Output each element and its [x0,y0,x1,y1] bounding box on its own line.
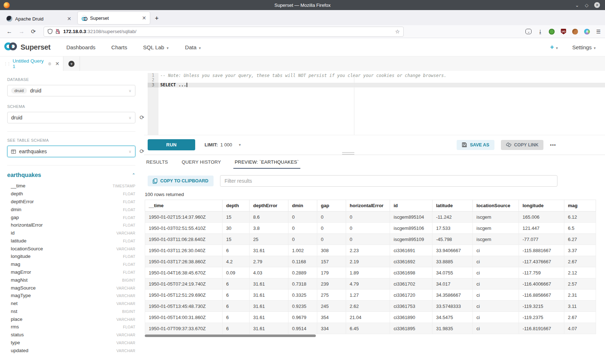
save-as-button[interactable]: SAVE AS [457,140,494,150]
results-cell: 31.61 [250,245,288,256]
table-row[interactable]: 1950-01-05T14:00:31.860Z631.610.96793542… [145,312,596,323]
refresh-schema-icon[interactable]: ⟳ [140,115,144,120]
container-extension-icon[interactable]: ✻ [584,29,590,35]
results-cell: 1950-01-02T15:14:37.960Z [145,211,223,223]
results-cell: 25 [250,234,288,245]
results-header-cell[interactable]: longitude [519,200,564,211]
copy-link-button[interactable]: COPY LINK [501,140,544,150]
menu-hamburger-icon[interactable]: ☰ [596,29,601,35]
results-header-cell[interactable]: horizontalError [346,200,390,211]
downloads-icon[interactable]: ⭳︎ [538,29,543,35]
table-row[interactable]: 1950-01-03T11:26:30.040Z631.611.0023082.… [145,245,596,256]
filter-results-input[interactable] [220,175,557,187]
copy-to-clipboard-button[interactable]: COPY TO CLIPBOARD [148,176,214,186]
column-name: dmin [11,207,21,212]
results-cell: 31.61 [250,312,288,323]
table-row[interactable]: 1950-01-03T02:51:55.410Z303.8000iscgem89… [145,223,596,234]
table-row[interactable]: 1950-01-05T07:24:19.740Z631.610.73182394… [145,278,596,290]
add-new-button[interactable]: +▼ [550,44,558,51]
results-header-cell[interactable]: latitude [433,200,473,211]
editor-gutter: 1 2 3 [148,73,158,135]
schema-column-row: magSourceVARCHAR [7,284,135,292]
settings-menu[interactable]: Settings▼ [572,44,596,50]
query-tab-close-icon[interactable]: ✕ [55,61,59,67]
tab-close-icon[interactable]: ✕ [142,15,146,21]
logo-ring-icon [9,42,17,50]
reload-icon[interactable]: ⟳ [31,28,36,35]
browser-tab-druid[interactable]: Apache Druid ✕ [3,12,75,25]
pocket-icon[interactable]: ⌄ [525,29,532,34]
bookmark-star-icon[interactable]: ☆ [395,28,400,35]
results-cell: 245 [317,301,346,312]
nav-item-charts[interactable]: Charts [111,44,127,50]
results-header-cell[interactable]: dmin [288,200,317,211]
table-row[interactable]: 1950-01-02T15:14:37.960Z158.6000iscgem89… [145,211,596,223]
tab-close-icon[interactable]: ✕ [67,16,71,22]
cookie-extension-icon[interactable] [572,29,578,35]
browser-tab-title: Superset [90,15,109,21]
sql-code-line: SELECT ... [158,82,186,87]
table-row[interactable]: 1950-01-07T09:37:33.670Z631.610.95143346… [145,323,596,334]
nav-item-data[interactable]: Data▼ [185,44,202,50]
results-cell: 1.89 [346,267,390,278]
results-header-cell[interactable]: gap [317,200,346,211]
tab-results[interactable]: RESULTS [145,157,169,169]
refresh-tables-icon[interactable]: ⟳ [140,149,144,154]
add-query-tab[interactable]: + [63,56,80,71]
query-state-dot [48,62,51,65]
results-cell: -11.242 [433,211,473,223]
collapse-table-icon[interactable]: ⌃ [132,173,135,178]
nav-item-sqllab[interactable]: SQL Lab▼ [143,44,169,50]
minimize-icon[interactable]: ⌄ [575,3,579,8]
url-bar[interactable]: 172.18.0.3:32108/superset/sqllab/ ☆ [44,27,404,37]
pane-resize-handle[interactable] [342,152,354,156]
tab-preview-earthquakes[interactable]: PREVIEW: `EARTHQUAKES` [233,157,300,169]
results-header-cell[interactable]: locationSource [473,200,519,211]
shield-icon[interactable] [48,29,53,34]
ublock-icon[interactable]: UO [561,29,566,35]
new-tab-button[interactable]: + [155,15,159,22]
results-header-row: __timedepthdepthErrordmingaphorizontalEr… [145,200,596,211]
results-header-cell[interactable]: mag [564,200,596,211]
table-row[interactable]: 1950-01-05T12:51:29.690Z631.610.33252751… [145,290,596,301]
back-icon[interactable]: ← [6,28,12,35]
browser-tab-superset[interactable]: Superset ✕ [78,12,150,24]
column-type: VARCHAR [116,231,135,235]
chevron-down-icon: ∨ [129,88,131,93]
table-row[interactable]: 1950-01-04T16:38:45.670Z0.094.030.288917… [145,267,596,278]
maximize-icon[interactable]: ◇ [585,3,588,8]
horizontal-scrollbar[interactable] [145,335,316,337]
limit-dropdown[interactable]: LIMIT: 1 000 ▼ [205,142,241,147]
drag-grip-icon[interactable]: ⋮⋮ [4,62,10,66]
results-header-cell[interactable]: depthError [250,200,288,211]
results-cell: 0 [288,223,317,234]
table-select[interactable]: earthquakes ∨ ⟳ [7,146,135,157]
extension-green-icon[interactable] [549,29,555,35]
results-header-cell[interactable]: depth [223,200,250,211]
forward-icon[interactable]: → [19,28,24,35]
run-button[interactable]: RUN [148,139,195,150]
query-tab[interactable]: ⋮⋮ Untitled Query 1 ✕ [0,56,63,71]
table-row[interactable]: 1950-01-05T13:45:48.730Z631.610.92352452… [145,301,596,312]
column-name: magSource [11,285,36,291]
results-cell: 4.2 [223,256,250,267]
close-icon[interactable]: ✕ [594,2,600,8]
sql-editor[interactable]: 1 2 3 -- Note: Unless you save your quer… [148,73,605,135]
schema-column-row: magFLOAT [7,260,135,268]
nav-item-dashboards[interactable]: Dashboards [66,44,95,50]
chevron-down-icon: ∨ [129,149,131,154]
table-row[interactable]: 1950-01-03T17:26:38.860Z4.22.790.1168157… [145,256,596,267]
column-type: FLOAT [123,325,135,329]
table-row[interactable]: 1950-01-03T11:06:28.640Z1525000iscgem895… [145,234,596,245]
lock-insecure-icon[interactable] [55,29,60,34]
more-options-button[interactable]: ••• [550,142,556,147]
results-header-cell[interactable]: id [390,200,433,211]
database-type-badge: druid [11,88,27,94]
database-select[interactable]: druid druid ∨ [7,85,135,96]
results-cell: 6.5 [564,223,596,234]
tab-query-history[interactable]: QUERY HISTORY [180,157,222,169]
results-header-cell[interactable]: __time [145,200,223,211]
schema-column-row: dminFLOAT [7,205,135,213]
schema-select[interactable]: druid ∨ ⟳ [7,112,135,123]
superset-logo[interactable]: Superset [4,42,50,52]
